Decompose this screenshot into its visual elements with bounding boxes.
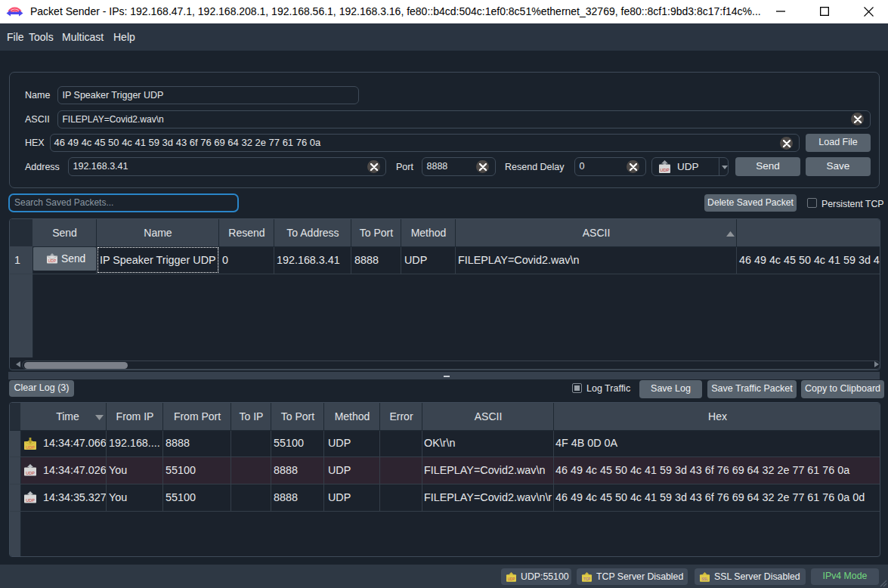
svg-text:UDP: UDP [26,498,35,503]
svg-text:UDP: UDP [48,258,57,263]
svg-text:UDP: UDP [26,471,35,475]
svg-text:TCP: TCP [583,577,590,581]
svg-text:UDP: UDP [508,577,515,581]
svg-text:SSL: SSL [701,577,708,581]
svg-text:UDP: UDP [26,445,35,450]
svg-text:UDP: UDP [660,168,670,172]
